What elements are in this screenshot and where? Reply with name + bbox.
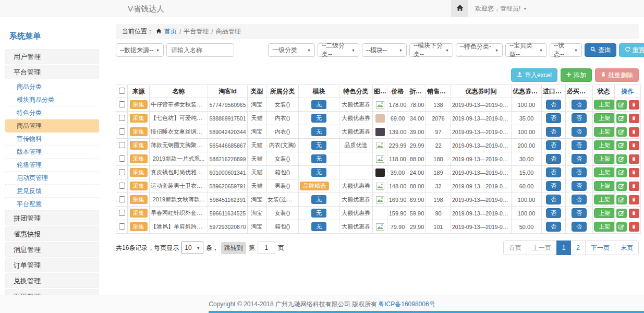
edit-button[interactable]	[616, 127, 627, 137]
page-button-first[interactable]: 首页	[503, 240, 527, 255]
module-select[interactable]: --模块--▼	[362, 43, 407, 57]
status-toggle[interactable]: 上架	[594, 222, 615, 232]
page-button-next[interactable]: 下一页	[585, 240, 615, 255]
sidebar-item-saving-express[interactable]: 省惠快报	[5, 226, 99, 241]
sidebar-item-order-management[interactable]: 订单管理	[5, 258, 99, 272]
delete-button[interactable]	[629, 209, 639, 218]
icp-link[interactable]: 粤ICP备16098006号	[378, 300, 435, 309]
delete-button[interactable]	[629, 222, 639, 232]
status-toggle[interactable]: 上架	[594, 100, 615, 110]
breadcrumb-home-link[interactable]: 首页	[164, 27, 177, 36]
row-checkbox[interactable]	[119, 223, 125, 230]
edit-button[interactable]	[616, 154, 627, 164]
import-optional-toggle[interactable]: 否	[546, 140, 561, 150]
must-buy-toggle[interactable]: 否	[572, 181, 587, 191]
delete-button[interactable]	[629, 195, 639, 204]
must-buy-toggle[interactable]: 否	[572, 167, 587, 177]
edit-button[interactable]	[616, 100, 627, 110]
page-button-last[interactable]: 末页	[615, 240, 639, 255]
add-button[interactable]: 添加	[561, 68, 592, 82]
sidebar-item-module-goods-category[interactable]: 模块商品分类	[5, 93, 99, 106]
edit-button[interactable]	[616, 141, 627, 150]
must-buy-toggle[interactable]: 否	[572, 208, 587, 218]
status-toggle[interactable]: 上架	[594, 167, 615, 177]
sidebar-item-exchange-management[interactable]: 兑换管理	[5, 273, 99, 288]
sidebar-item-goods-management[interactable]: 商品管理	[5, 119, 99, 133]
sidebar-item-promo-materials[interactable]: 宣传物料	[5, 133, 99, 146]
import-optional-toggle[interactable]: 否	[546, 127, 561, 137]
import-excel-button[interactable]: 导入excel	[511, 68, 557, 82]
delete-button[interactable]	[629, 182, 639, 191]
sidebar-item-user-management[interactable]: 用户管理	[5, 49, 99, 64]
status-toggle[interactable]: 上架	[594, 154, 615, 164]
page-jump-input[interactable]	[258, 242, 275, 254]
row-checkbox[interactable]	[119, 142, 125, 148]
edit-button[interactable]	[616, 114, 627, 123]
sidebar-item-version-management[interactable]: 版本管理	[5, 146, 99, 159]
edit-button[interactable]	[616, 182, 627, 191]
sidebar-item-feedback[interactable]: 意见反馈	[5, 185, 99, 198]
delete-button[interactable]	[629, 127, 639, 137]
user-menu[interactable]: 欢迎您，管理员! ▼	[475, 4, 527, 13]
sidebar-item-feature-category[interactable]: 特色分类	[5, 106, 99, 119]
row-checkbox[interactable]	[119, 196, 125, 202]
level2-category-select[interactable]: --二级分类--▼	[318, 43, 359, 57]
sidebar-item-goods-category[interactable]: 商品分类	[5, 80, 99, 93]
search-button[interactable]: 查询	[585, 43, 616, 57]
delete-button[interactable]	[629, 114, 639, 123]
sidebar-item-message-management[interactable]: 消息管理	[5, 242, 99, 257]
jump-button[interactable]: 跳转到	[221, 242, 246, 254]
level1-category-select[interactable]: 一级分类▼	[268, 43, 315, 57]
name-input[interactable]	[166, 43, 234, 57]
delete-button[interactable]	[629, 141, 639, 150]
row-checkbox[interactable]	[119, 101, 125, 107]
sidebar-item-groupbuy-management[interactable]: 拼团管理	[5, 211, 99, 225]
data-source-select[interactable]: --数据来源--▼	[116, 43, 164, 57]
reset-button[interactable]: 重置	[619, 43, 644, 57]
status-toggle[interactable]: 上架	[594, 140, 615, 150]
edit-button[interactable]	[616, 222, 627, 232]
edit-button[interactable]	[616, 195, 627, 204]
edit-button[interactable]	[616, 168, 627, 177]
status-toggle[interactable]: 上架	[594, 181, 615, 191]
status-toggle[interactable]: 上架	[594, 113, 615, 123]
must-buy-toggle[interactable]: 否	[572, 140, 587, 150]
page-button-page-1[interactable]: 1	[556, 240, 572, 255]
page-button-page-2[interactable]: 2	[570, 240, 586, 255]
import-optional-toggle[interactable]: 否	[546, 100, 561, 110]
must-buy-toggle[interactable]: 否	[572, 100, 587, 110]
status-select[interactable]: --状态--▼	[550, 43, 582, 57]
delete-button[interactable]	[629, 154, 639, 164]
feature-category-select[interactable]: --特色分类--▼	[456, 43, 503, 57]
import-optional-toggle[interactable]: 否	[546, 154, 561, 164]
row-checkbox[interactable]	[119, 128, 125, 135]
page-button-previous[interactable]: 上一页	[527, 240, 557, 255]
sidebar-item-platform-management[interactable]: 平台管理	[5, 65, 99, 79]
import-optional-toggle[interactable]: 否	[546, 208, 561, 218]
sidebar-item-carousel-management[interactable]: 轮播管理	[5, 159, 99, 172]
row-checkbox[interactable]	[119, 155, 125, 162]
status-toggle[interactable]: 上架	[594, 208, 615, 218]
row-checkbox[interactable]	[119, 115, 125, 121]
item-type-select[interactable]: --宝贝类型--▼	[505, 43, 547, 57]
import-optional-toggle[interactable]: 否	[546, 181, 561, 191]
delete-button[interactable]	[629, 100, 639, 110]
sidebar-item-platform-config[interactable]: 平台配置	[5, 198, 99, 211]
status-toggle[interactable]: 上架	[594, 127, 615, 137]
select-all-checkbox[interactable]	[119, 88, 125, 94]
row-checkbox[interactable]	[119, 210, 125, 216]
edit-button[interactable]	[616, 209, 627, 218]
import-optional-toggle[interactable]: 否	[546, 222, 561, 232]
import-optional-toggle[interactable]: 否	[546, 195, 561, 204]
must-buy-toggle[interactable]: 否	[572, 113, 587, 123]
import-optional-toggle[interactable]: 否	[546, 113, 561, 123]
must-buy-toggle[interactable]: 否	[572, 222, 587, 232]
home-button[interactable]	[451, 0, 468, 17]
row-checkbox[interactable]	[119, 169, 125, 175]
sidebar-item-splash-page-management[interactable]: 启动页管理	[5, 172, 99, 185]
must-buy-toggle[interactable]: 否	[572, 195, 587, 204]
must-buy-toggle[interactable]: 否	[572, 127, 587, 137]
row-checkbox[interactable]	[119, 183, 125, 189]
must-buy-toggle[interactable]: 否	[572, 154, 587, 164]
delete-button[interactable]	[629, 168, 639, 177]
